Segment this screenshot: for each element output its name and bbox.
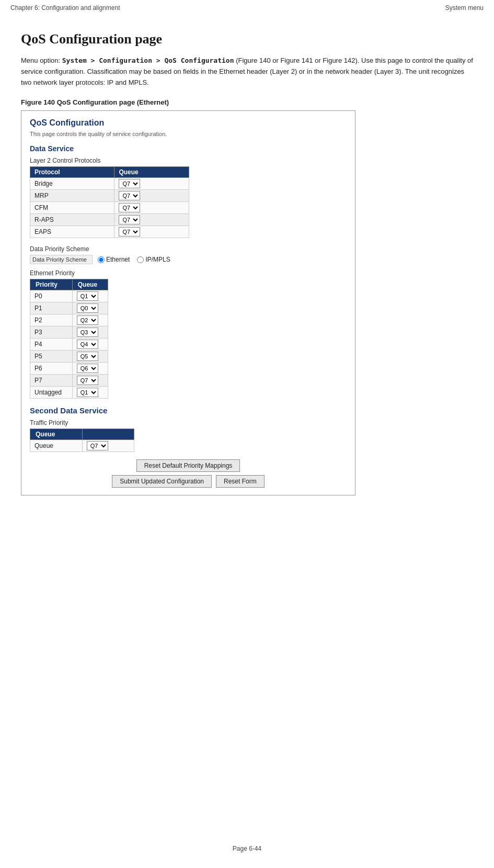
- eth-queue-select[interactable]: Q2: [77, 315, 98, 325]
- buttons-section: Reset Default Priority Mappings Submit U…: [30, 459, 347, 488]
- traffic-queue-value-header: [82, 429, 134, 440]
- figure-label: Figure 140 QoS Configuration page (Ether…: [21, 98, 473, 106]
- qos-description: This page controls the quality of servic…: [30, 131, 347, 137]
- menu-path: System > Configuration > QoS Configurati…: [62, 57, 234, 64]
- second-data-service-title: Second Data Service: [30, 406, 347, 415]
- eth-priority-row: P6Q6: [30, 363, 108, 375]
- footer-text: Page 6-44: [233, 845, 261, 852]
- eth-priority-name: P7: [30, 375, 73, 387]
- layer2-label: Layer 2 Control Protocols: [30, 157, 347, 164]
- protocol-row: MRPQ7: [30, 190, 189, 202]
- eth-queue-select[interactable]: Q5: [77, 352, 98, 361]
- protocol-queue-cell[interactable]: Q7: [114, 202, 189, 214]
- page-footer: Page 6-44: [0, 835, 494, 863]
- eth-priority-name: P3: [30, 326, 73, 339]
- page-header: Chapter 6: Configuration and alignment S…: [0, 0, 494, 16]
- queue-col-header: Queue: [72, 279, 108, 290]
- priority-scheme-label: Data Priority Scheme: [30, 255, 93, 264]
- submit-button[interactable]: Submit Updated Configuration: [112, 475, 212, 488]
- traffic-priority-label: Traffic Priority: [30, 419, 347, 426]
- eth-queue-cell[interactable]: Q4: [72, 339, 108, 351]
- radio-ethernet[interactable]: [98, 256, 105, 263]
- data-priority-scheme-section-label: Data Priority Scheme: [30, 245, 347, 253]
- intro-paragraph: Menu option: System > Configuration > Qo…: [21, 55, 473, 88]
- eth-priority-row: P1Q0: [30, 302, 108, 314]
- eth-priority-name: P2: [30, 314, 73, 326]
- priority-col-header: Priority: [30, 279, 73, 290]
- protocol-row: EAPSQ7: [30, 226, 189, 238]
- reset-default-button[interactable]: Reset Default Priority Mappings: [136, 459, 240, 472]
- eth-queue-cell[interactable]: Q5: [72, 351, 108, 363]
- eth-queue-select[interactable]: Q7: [77, 376, 98, 385]
- section-label: System menu: [445, 4, 484, 12]
- intro-before: Menu option:: [21, 57, 62, 64]
- protocol-queue-select[interactable]: Q7: [119, 227, 140, 236]
- radio-ethernet-option[interactable]: Ethernet: [98, 256, 130, 263]
- eth-queue-cell[interactable]: Q1: [72, 387, 108, 399]
- protocol-queue-select[interactable]: Q7: [119, 215, 140, 224]
- protocol-name: EAPS: [30, 226, 114, 238]
- protocol-table: Protocol Queue BridgeQ7MRPQ7CFMQ7R-APSQ7…: [30, 166, 189, 238]
- eth-queue-select[interactable]: Q0: [77, 303, 98, 313]
- page-content: QoS Configuration page Menu option: Syst…: [0, 16, 494, 527]
- traffic-queue-select-cell[interactable]: Q7: [82, 440, 134, 452]
- protocol-queue-select[interactable]: Q7: [119, 191, 140, 200]
- eth-queue-cell[interactable]: Q1: [72, 290, 108, 302]
- radio-ethernet-label: Ethernet: [106, 256, 130, 263]
- queue-header: Queue: [114, 167, 189, 178]
- protocol-name: MRP: [30, 190, 114, 202]
- eth-queue-cell[interactable]: Q3: [72, 326, 108, 339]
- eth-priority-row: UntaggedQ1: [30, 387, 108, 399]
- figure-caption: QoS Configuration page (Ethernet): [57, 98, 169, 106]
- traffic-row: Queue Q7: [30, 440, 134, 452]
- ethernet-priority-table: Priority Queue P0Q1P1Q0P2Q2P3Q3P4Q4P5Q5P…: [30, 279, 108, 399]
- protocol-queue-cell[interactable]: Q7: [114, 226, 189, 238]
- eth-priority-row: P0Q1: [30, 290, 108, 302]
- traffic-queue-header: Queue: [30, 429, 83, 440]
- eth-queue-select[interactable]: Q6: [77, 364, 98, 373]
- eth-queue-select[interactable]: Q4: [77, 340, 98, 349]
- eth-priority-name: P4: [30, 339, 73, 351]
- eth-priority-name: P1: [30, 302, 73, 314]
- eth-queue-select[interactable]: Q1: [77, 388, 98, 397]
- protocol-row: R-APSQ7: [30, 214, 189, 226]
- eth-priority-row: P4Q4: [30, 339, 108, 351]
- protocol-name: R-APS: [30, 214, 114, 226]
- eth-priority-name: P6: [30, 363, 73, 375]
- eth-priority-name: P0: [30, 290, 73, 302]
- eth-queue-cell[interactable]: Q2: [72, 314, 108, 326]
- protocol-queue-select[interactable]: Q7: [119, 179, 140, 188]
- eth-priority-name: P5: [30, 351, 73, 363]
- eth-priority-row: P2Q2: [30, 314, 108, 326]
- eth-priority-row: P7Q7: [30, 375, 108, 387]
- protocol-header: Protocol: [30, 167, 114, 178]
- protocol-queue-select[interactable]: Q7: [119, 203, 140, 212]
- figure-number: Figure 140: [21, 98, 55, 106]
- eth-queue-select[interactable]: Q1: [77, 291, 98, 301]
- radio-ip-mpls[interactable]: [137, 256, 144, 263]
- priority-scheme-row: Data Priority Scheme Ethernet IP/MPLS: [30, 255, 347, 264]
- radio-group: Ethernet IP/MPLS: [98, 256, 170, 263]
- eth-priority-row: P3Q3: [30, 326, 108, 339]
- protocol-row: BridgeQ7: [30, 178, 189, 190]
- protocol-queue-cell[interactable]: Q7: [114, 214, 189, 226]
- eth-priority-title: Ethernet Priority: [30, 269, 347, 277]
- eth-queue-cell[interactable]: Q6: [72, 363, 108, 375]
- eth-queue-select[interactable]: Q3: [77, 328, 98, 337]
- eth-queue-cell[interactable]: Q7: [72, 375, 108, 387]
- data-service-title: Data Service: [30, 144, 347, 153]
- page-title: QoS Configuration page: [21, 31, 473, 47]
- chapter-label: Chapter 6: Configuration and alignment: [10, 4, 120, 12]
- submit-reset-row: Submit Updated Configuration Reset Form: [112, 475, 264, 488]
- protocol-row: CFMQ7: [30, 202, 189, 214]
- protocol-queue-cell[interactable]: Q7: [114, 190, 189, 202]
- eth-queue-cell[interactable]: Q0: [72, 302, 108, 314]
- qos-configuration-box: QoS Configuration This page controls the…: [21, 110, 355, 495]
- traffic-queue-select[interactable]: Q7: [87, 441, 108, 450]
- traffic-priority-table: Queue Queue Q7: [30, 429, 134, 452]
- traffic-queue-cell: Queue: [30, 440, 83, 452]
- reset-form-button[interactable]: Reset Form: [216, 475, 265, 488]
- eth-priority-name: Untagged: [30, 387, 73, 399]
- radio-ip-mpls-option[interactable]: IP/MPLS: [137, 256, 170, 263]
- protocol-queue-cell[interactable]: Q7: [114, 178, 189, 190]
